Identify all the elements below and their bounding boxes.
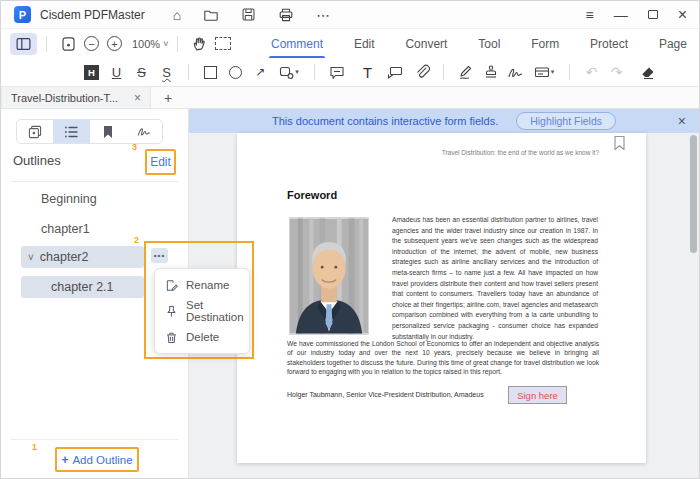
ellipse-tool-icon[interactable] (223, 66, 248, 79)
attachment-tool-icon[interactable] (409, 64, 434, 80)
hand-tool-icon[interactable] (187, 35, 211, 52)
thumbnails-panel-icon[interactable] (17, 120, 53, 143)
pencil-tool-icon[interactable] (453, 64, 478, 80)
outline-item-chapter2-1[interactable]: chapter 2.1 (21, 276, 144, 298)
outline-context-menu: Rename Set Destination Dele (154, 268, 250, 354)
bookmarks-panel-icon[interactable] (90, 120, 126, 143)
tab-comment[interactable]: Comment (267, 37, 327, 51)
document-tab-bar: Travel-Distribution-T... × + (1, 87, 699, 109)
stamp-tool-icon[interactable] (478, 64, 503, 80)
actual-size-icon[interactable] (56, 36, 80, 52)
app-title: Cisdem PDFMaster (40, 8, 145, 22)
divider (569, 64, 570, 80)
titlebar-actions: ⌂ ⋯ (173, 7, 330, 23)
title-bar: P Cisdem PDFMaster ⌂ (1, 1, 699, 29)
more-options-icon[interactable]: ⋯ (316, 8, 330, 22)
pin-icon (165, 305, 178, 318)
panel-title: Outlines (13, 153, 61, 168)
comment-toolbar: H U S S ↗ ▾ T (1, 58, 699, 87)
menu-item-rename[interactable]: Rename (155, 272, 249, 298)
tab-convert[interactable]: Convert (401, 37, 451, 51)
page-bookmark-icon[interactable] (613, 135, 626, 151)
minimize-button[interactable]: — (614, 8, 628, 22)
sidebar-toggle-button[interactable] (10, 33, 37, 55)
signatures-panel-icon[interactable] (126, 120, 162, 143)
arrow-tool-icon[interactable]: ↗ (248, 65, 273, 79)
add-outline-annotation: + Add Outline (55, 447, 139, 472)
zoom-in-button[interactable]: + (107, 36, 122, 51)
zoom-out-button[interactable]: − (84, 36, 99, 51)
rename-icon (165, 279, 178, 292)
ribbon-tabs: Comment Edit Convert Tool Form Protect P… (267, 29, 691, 58)
divider (11, 181, 178, 182)
highlight-tool-icon[interactable]: H (79, 65, 104, 80)
outline-item-chapter1[interactable]: chapter1 (41, 222, 90, 236)
note-comment-tool-icon[interactable] (324, 65, 349, 80)
maximize-button[interactable] (648, 10, 658, 19)
notification-close-icon[interactable]: × (678, 113, 686, 129)
tab-tool[interactable]: Tool (474, 37, 504, 51)
close-window-button[interactable]: × (678, 7, 687, 23)
save-icon[interactable] (241, 7, 256, 22)
zoom-dropdown-icon[interactable]: ˅ (163, 39, 168, 49)
redo-icon[interactable]: ↷ (604, 64, 629, 80)
outline-item-beginning[interactable]: Beginning (41, 192, 97, 206)
tab-close-icon[interactable]: × (134, 91, 141, 105)
plus-icon: + (61, 453, 68, 467)
panel-switcher (16, 119, 163, 144)
edit-outline-annotation: Edit (145, 149, 176, 175)
chevron-down-icon[interactable]: ˅ (28, 252, 34, 263)
divider (188, 64, 189, 80)
foreword-paragraph-1: Amadeus has been an essential distributi… (392, 215, 598, 342)
signature-tool-icon[interactable] (503, 65, 528, 80)
outline-item-chapter2[interactable]: ˅ chapter2 (21, 246, 144, 268)
eraser-tool-icon[interactable] (635, 65, 660, 80)
rectangle-tool-icon[interactable] (198, 66, 223, 79)
divider (11, 439, 178, 440)
tab-edit[interactable]: Edit (350, 37, 379, 51)
shapes-tool-icon[interactable]: ▾ (273, 65, 305, 80)
open-folder-icon[interactable] (203, 7, 219, 23)
divider (443, 64, 444, 80)
edit-outline-button[interactable]: Edit (150, 155, 171, 169)
foreword-paragraph-2: We have commissioned the London School o… (287, 339, 599, 377)
strikethrough-tool-icon[interactable]: S (129, 65, 154, 80)
select-tool-icon[interactable] (211, 37, 235, 50)
running-header: Travel Distribution: the end of the worl… (442, 149, 599, 156)
tab-page[interactable]: Page (655, 37, 691, 51)
home-icon[interactable]: ⌂ (173, 8, 181, 22)
outline-item-label: chapter 2.1 (51, 280, 114, 294)
trash-icon (165, 331, 178, 344)
portrait-photo (289, 217, 369, 335)
outlines-panel-icon[interactable] (53, 120, 89, 143)
notification-message: This document contains interactive form … (272, 115, 498, 127)
app-menu-icon[interactable]: ≡ (585, 8, 593, 22)
step-marker-2: 2 (134, 235, 139, 245)
form-fields-notification-bar: This document contains interactive form … (189, 109, 699, 133)
document-tab[interactable]: Travel-Distribution-T... × (1, 87, 151, 108)
print-icon[interactable] (278, 7, 294, 23)
underline-tool-icon[interactable]: U (104, 65, 129, 80)
callout-tool-icon[interactable] (382, 65, 407, 80)
menu-item-delete[interactable]: Delete (155, 324, 249, 350)
tab-form[interactable]: Form (527, 37, 563, 51)
text-tool-icon[interactable]: T (355, 64, 380, 81)
vertical-scrollbar[interactable] (690, 135, 697, 253)
tab-protect[interactable]: Protect (586, 37, 632, 51)
squiggly-tool-icon[interactable]: S (154, 65, 179, 80)
undo-icon[interactable]: ↶ (579, 64, 604, 80)
outline-item-label: chapter2 (40, 250, 89, 264)
menu-item-label: Rename (186, 279, 229, 291)
menu-item-label: Set Destination (186, 299, 249, 323)
section-heading: Foreword (287, 189, 337, 201)
highlight-fields-button[interactable]: Highlight Fields (516, 112, 616, 130)
menu-item-label: Delete (186, 331, 219, 343)
insert-lines-tool-icon[interactable]: ▾ (528, 65, 560, 79)
new-tab-button[interactable]: + (151, 87, 185, 108)
menu-item-set-destination[interactable]: Set Destination (155, 298, 249, 324)
signature-form-field[interactable]: Sign here (508, 386, 567, 404)
divider (46, 36, 47, 52)
zoom-level-value[interactable]: 100% (132, 38, 160, 50)
add-outline-button[interactable]: Add Outline (72, 454, 132, 466)
app-window: P Cisdem PDFMaster ⌂ (0, 0, 700, 479)
